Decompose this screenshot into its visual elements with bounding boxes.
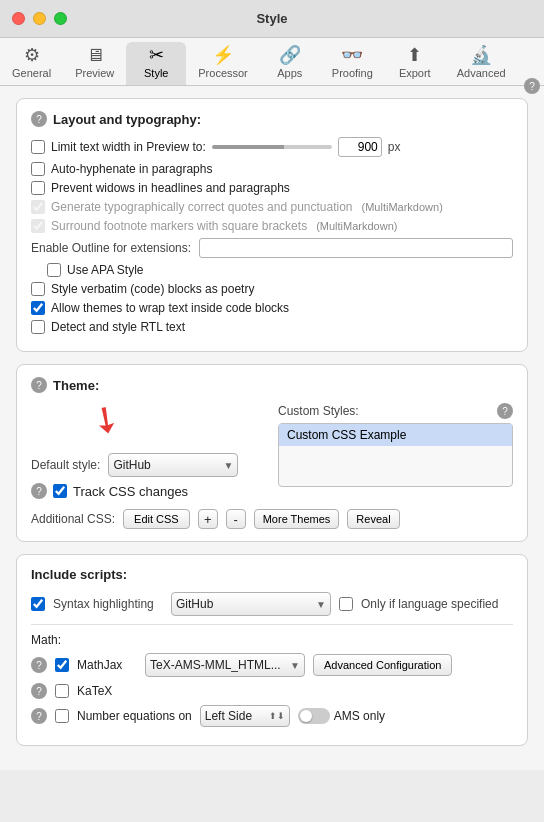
- mathjax-value: TeX-AMS-MML_HTML...: [150, 658, 281, 672]
- tab-style-label: Style: [144, 67, 168, 79]
- theme-right-column: Custom Styles: ? Custom CSS Example: [278, 403, 513, 505]
- limit-text-checkbox[interactable]: [31, 140, 45, 154]
- tab-apps[interactable]: 🔗 Apps: [260, 42, 320, 85]
- prevent-widows-row: Prevent widows in headlines and paragrap…: [31, 181, 513, 195]
- tab-preview[interactable]: 🖥 Preview: [63, 42, 126, 85]
- tab-export[interactable]: ⬆ Export: [385, 42, 445, 85]
- global-help-icon[interactable]: ?: [524, 78, 540, 94]
- close-button[interactable]: [12, 12, 25, 25]
- katex-help-icon[interactable]: ?: [31, 683, 47, 699]
- toolbar: ⚙ General 🖥 Preview ✂ Style ⚡ Processor …: [0, 38, 544, 86]
- tab-proofing[interactable]: 👓 Proofing: [320, 42, 385, 85]
- syntax-label: Syntax highlighting: [53, 597, 163, 611]
- mathjax-label: MathJax: [77, 658, 137, 672]
- width-slider[interactable]: [212, 145, 332, 149]
- add-custom-style-button[interactable]: +: [198, 509, 218, 529]
- number-eq-value: Left Side: [205, 709, 252, 723]
- custom-styles-help-icon[interactable]: ?: [497, 403, 513, 419]
- edit-css-button[interactable]: Edit CSS: [123, 509, 190, 529]
- only-if-checkbox[interactable]: [339, 597, 353, 611]
- syntax-checkbox[interactable]: [31, 597, 45, 611]
- tab-general-label: General: [12, 67, 51, 79]
- number-eq-checkbox[interactable]: [55, 709, 69, 723]
- divider-1: [31, 624, 513, 625]
- syntax-select[interactable]: GitHub ▼: [171, 592, 331, 616]
- theme-title: Theme:: [53, 378, 99, 393]
- minimize-button[interactable]: [33, 12, 46, 25]
- export-icon: ⬆: [407, 46, 422, 64]
- custom-css-example-item[interactable]: Custom CSS Example: [279, 424, 512, 446]
- track-css-checkbox[interactable]: [53, 484, 67, 498]
- auto-hyphenate-row: Auto-hyphenate in paragraphs: [31, 162, 513, 176]
- reveal-button[interactable]: Reveal: [347, 509, 399, 529]
- multimarkdown-tag-1: (MultiMarkdown): [362, 201, 443, 213]
- detect-rtl-label: Detect and style RTL text: [51, 320, 185, 334]
- style-verbatim-row: Style verbatim (code) blocks as poetry: [31, 282, 513, 296]
- number-eq-help-icon[interactable]: ?: [31, 708, 47, 724]
- tab-style[interactable]: ✂ Style: [126, 42, 186, 85]
- auto-hyphenate-checkbox[interactable]: [31, 162, 45, 176]
- width-input[interactable]: [338, 137, 382, 157]
- use-apa-checkbox[interactable]: [47, 263, 61, 277]
- remove-custom-style-button[interactable]: -: [226, 509, 246, 529]
- tab-processor-label: Processor: [198, 67, 248, 79]
- allow-themes-checkbox[interactable]: [31, 301, 45, 315]
- mathjax-checkbox[interactable]: [55, 658, 69, 672]
- only-if-label: Only if language specified: [361, 597, 498, 611]
- limit-text-label: Limit text width in Preview to:: [51, 140, 206, 154]
- tab-general[interactable]: ⚙ General: [0, 42, 63, 85]
- multimarkdown-tag-2: (MultiMarkdown): [316, 220, 397, 232]
- red-arrow: ➘: [82, 394, 131, 446]
- allow-themes-label: Allow themes to wrap text inside code bl…: [51, 301, 289, 315]
- processor-icon: ⚡: [212, 46, 234, 64]
- advanced-configuration-button[interactable]: Advanced Configuration: [313, 654, 452, 676]
- window-controls[interactable]: [12, 12, 67, 25]
- style-verbatim-label: Style verbatim (code) blocks as poetry: [51, 282, 254, 296]
- detect-rtl-checkbox[interactable]: [31, 320, 45, 334]
- tab-advanced[interactable]: 🔬 Advanced: [445, 42, 518, 85]
- limit-text-row: Limit text width in Preview to: px: [31, 137, 513, 157]
- style-verbatim-checkbox[interactable]: [31, 282, 45, 296]
- surround-footnote-row: Surround footnote markers with square br…: [31, 219, 513, 233]
- default-style-row: Default style: GitHub ▼: [31, 453, 266, 477]
- katex-checkbox[interactable]: [55, 684, 69, 698]
- prevent-widows-checkbox[interactable]: [31, 181, 45, 195]
- ams-only-switch[interactable]: [298, 708, 330, 724]
- maximize-button[interactable]: [54, 12, 67, 25]
- katex-row: ? KaTeX: [31, 683, 513, 699]
- theme-section: ? Theme: ➘ Default style: GitHub ▼ ?: [16, 364, 528, 542]
- allow-themes-row: Allow themes to wrap text inside code bl…: [31, 301, 513, 315]
- syntax-value: GitHub: [176, 597, 213, 611]
- mathjax-help-icon[interactable]: ?: [31, 657, 47, 673]
- outline-row: Enable Outline for extensions:: [31, 238, 513, 258]
- use-apa-label: Use APA Style: [67, 263, 143, 277]
- stepper-arrows-icon: ⬆⬇: [269, 711, 285, 721]
- gear-icon: ⚙: [24, 46, 40, 64]
- katex-label: KaTeX: [77, 684, 112, 698]
- outline-input[interactable]: [199, 238, 513, 258]
- use-apa-row: Use APA Style: [31, 263, 513, 277]
- number-eq-select[interactable]: Left Side ⬆⬇: [200, 705, 290, 727]
- custom-styles-list: Custom CSS Example: [278, 423, 513, 487]
- proofing-icon: 👓: [341, 46, 363, 64]
- additional-css-row: Additional CSS: Edit CSS + - More Themes…: [31, 509, 513, 529]
- surround-footnote-checkbox: [31, 219, 45, 233]
- custom-styles-title: Custom Styles:: [278, 404, 359, 418]
- layout-help-icon[interactable]: ?: [31, 111, 47, 127]
- ams-only-toggle[interactable]: AMS only: [298, 708, 385, 724]
- surround-footnote-label: Surround footnote markers with square br…: [51, 219, 397, 233]
- px-unit: px: [388, 140, 401, 154]
- mathjax-chevron-icon: ▼: [290, 660, 300, 671]
- mathjax-select[interactable]: TeX-AMS-MML_HTML... ▼: [145, 653, 305, 677]
- track-css-help-icon[interactable]: ?: [31, 483, 47, 499]
- custom-styles-empty: [279, 446, 512, 486]
- track-css-label: Track CSS changes: [73, 484, 188, 499]
- default-style-select[interactable]: GitHub ▼: [108, 453, 238, 477]
- preview-icon: 🖥: [86, 46, 104, 64]
- more-themes-button[interactable]: More Themes: [254, 509, 340, 529]
- tab-export-label: Export: [399, 67, 431, 79]
- tab-processor[interactable]: ⚡ Processor: [186, 42, 260, 85]
- titlebar: Style: [0, 0, 544, 38]
- theme-help-icon[interactable]: ?: [31, 377, 47, 393]
- default-style-value: GitHub: [113, 458, 150, 472]
